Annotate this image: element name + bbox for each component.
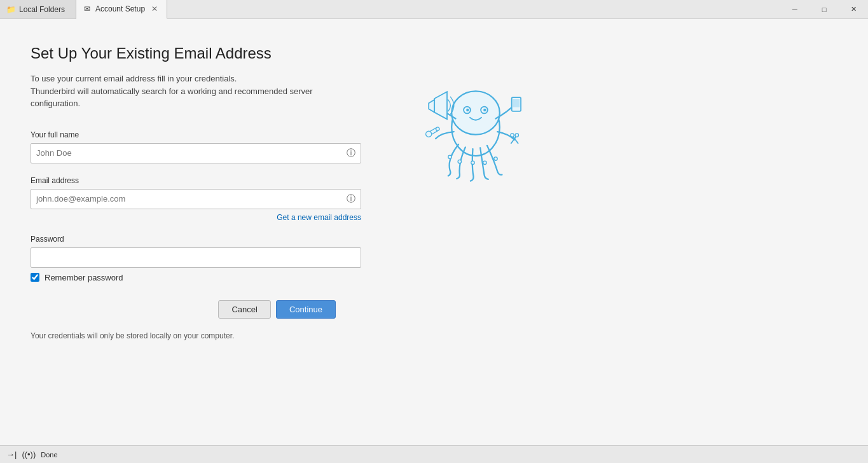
tab-local-folders[interactable]: 📁 Local Folders xyxy=(0,0,76,18)
continue-button[interactable]: Continue xyxy=(276,300,336,319)
page-body: Set Up Your Existing Email Address To us… xyxy=(0,19,868,445)
fullname-input[interactable] xyxy=(31,143,361,163)
svg-point-16 xyxy=(515,134,518,137)
illustration-section xyxy=(387,45,565,420)
page-title: Set Up Your Existing Email Address xyxy=(31,45,361,62)
form-section: Set Up Your Existing Email Address To us… xyxy=(31,45,361,420)
new-tab-button[interactable] xyxy=(167,0,186,18)
cancel-button[interactable]: Cancel xyxy=(218,300,270,319)
tab-account-setup-label: Account Setup xyxy=(95,4,145,13)
minimize-button[interactable]: ─ xyxy=(780,0,809,19)
description-line1: To use your current email address fill i… xyxy=(31,74,237,83)
status-text: Done xyxy=(41,451,57,459)
svg-marker-7 xyxy=(434,92,447,119)
fullname-input-wrapper: ⓘ xyxy=(31,143,361,163)
svg-point-1 xyxy=(451,91,500,134)
fullname-label: Your full name xyxy=(31,130,361,139)
octopus-illustration xyxy=(412,70,539,184)
email-input[interactable] xyxy=(31,189,361,209)
close-button[interactable]: ✕ xyxy=(839,0,868,19)
window-controls: ─ □ ✕ xyxy=(780,0,868,18)
get-new-email-link[interactable]: Get a new email address xyxy=(31,213,361,222)
svg-point-21 xyxy=(494,157,497,160)
svg-point-20 xyxy=(483,161,486,164)
tab-local-folders-label: Local Folders xyxy=(19,5,65,14)
password-input-wrapper xyxy=(31,247,361,268)
password-input[interactable] xyxy=(31,247,361,268)
titlebar: 📁 Local Folders ✉ Account Setup ✕ ─ □ ✕ xyxy=(0,0,868,19)
email-label: Email address xyxy=(31,176,361,185)
email-tab-icon: ✉ xyxy=(83,4,92,13)
svg-point-5 xyxy=(483,109,486,112)
folder-icon: 📁 xyxy=(6,5,15,14)
password-field-group: Password Remember password xyxy=(31,235,361,282)
svg-rect-9 xyxy=(513,99,520,107)
fullname-field-group: Your full name ⓘ xyxy=(31,130,361,163)
svg-point-4 xyxy=(466,109,469,112)
status-icon-arrow: →| xyxy=(6,450,17,459)
main-content: Set Up Your Existing Email Address To us… xyxy=(0,19,868,445)
svg-point-18 xyxy=(458,160,461,163)
password-label: Password xyxy=(31,235,361,244)
button-row: Cancel Continue xyxy=(31,300,336,319)
tab-account-setup[interactable]: ✉ Account Setup ✕ xyxy=(76,0,167,19)
tab-close-button[interactable]: ✕ xyxy=(149,3,160,15)
email-info-icon[interactable]: ⓘ xyxy=(346,194,356,204)
tab-bar: 📁 Local Folders ✉ Account Setup ✕ xyxy=(0,0,780,18)
remember-password-row: Remember password xyxy=(31,273,361,282)
maximize-button[interactable]: □ xyxy=(809,0,839,19)
status-icon-signal: ((•)) xyxy=(22,450,36,459)
svg-point-17 xyxy=(448,155,451,158)
svg-point-15 xyxy=(511,134,514,137)
email-field-group: Email address ⓘ Get a new email address xyxy=(31,176,361,222)
description-line2: Thunderbird will automatically search fo… xyxy=(31,86,313,109)
svg-point-19 xyxy=(471,161,474,164)
remember-password-checkbox[interactable] xyxy=(31,273,39,282)
statusbar: →| ((•)) Done xyxy=(0,445,868,463)
remember-password-label: Remember password xyxy=(45,273,123,282)
footer-note: Your credentials will only be stored loc… xyxy=(31,331,361,340)
svg-marker-6 xyxy=(429,100,434,113)
email-input-wrapper: ⓘ xyxy=(31,189,361,209)
fullname-info-icon[interactable]: ⓘ xyxy=(346,148,356,158)
page-description: To use your current email address fill i… xyxy=(31,73,361,110)
